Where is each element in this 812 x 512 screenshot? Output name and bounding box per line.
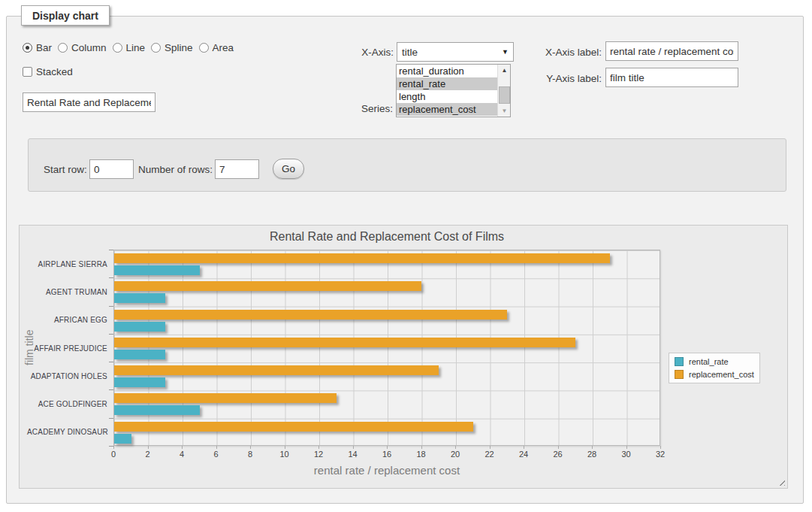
chart-type-option-area[interactable]: Area (199, 42, 234, 53)
x-tick-label: 8 (237, 450, 263, 459)
stacked-checkbox[interactable] (23, 67, 32, 77)
scroll-up-icon[interactable]: ▲ (498, 65, 511, 76)
bar-rental_rate (114, 405, 200, 415)
bar-replacement_cost (114, 253, 610, 263)
x-tick-label: 14 (340, 450, 366, 459)
stacked-label: Stacked (36, 66, 73, 77)
chart-type-option-spline[interactable]: Spline (151, 42, 193, 53)
x-tick-mark (558, 446, 559, 449)
bar-rental_rate (114, 434, 131, 444)
radio-icon[interactable] (199, 43, 209, 53)
x-tick-mark (490, 446, 491, 449)
chart-type-option-bar[interactable]: Bar (23, 42, 52, 53)
radio-label: Bar (36, 42, 52, 53)
x-tick-label: 24 (511, 450, 536, 459)
chart-title: Rental Rate and Replacement Cost of Film… (113, 230, 660, 244)
bar-rental_rate (114, 350, 165, 359)
x-axis-selected-value: title (402, 47, 418, 58)
radio-icon[interactable] (23, 43, 32, 53)
chart-type-option-line[interactable]: Line (113, 42, 146, 53)
series-option-length[interactable]: length (397, 90, 510, 103)
y-tick-mark (109, 362, 113, 362)
x-tick-mark (353, 446, 354, 449)
radio-label: Spline (165, 42, 193, 53)
radio-icon[interactable] (113, 43, 122, 53)
listbox-scrollbar[interactable]: ▲ ▼ (497, 65, 510, 117)
x-tick-mark (524, 446, 524, 449)
x-tick-label: 20 (442, 450, 468, 459)
stacked-option[interactable]: Stacked (23, 66, 73, 77)
y-axis-label-caption: Y-Axis label: (527, 73, 602, 84)
x-tick-label: 2 (135, 450, 161, 459)
series-option-rental_rate[interactable]: rental_rate (397, 77, 510, 90)
x-tick-mark (455, 446, 456, 449)
bar-replacement_cost (114, 422, 473, 432)
x-tick-label: 22 (477, 450, 503, 459)
chart-plot-area (113, 250, 660, 446)
x-tick-label: 28 (579, 450, 605, 459)
legend-label: rental_rate (689, 357, 729, 366)
number-of-rows-input[interactable] (215, 159, 259, 179)
bar-replacement_cost (114, 393, 337, 403)
y-tick-mark (109, 334, 113, 335)
start-row-input[interactable] (89, 159, 134, 179)
x-tick-mark (660, 446, 661, 449)
legend-entry-rental_rate: rental_rate (675, 357, 754, 366)
category-label: AFFAIR PREJUDICE (27, 344, 107, 353)
bar-rental_rate (114, 265, 200, 275)
x-tick-mark (285, 446, 285, 449)
category-label: AGENT TRUMAN (27, 288, 107, 296)
x-tick-mark (387, 446, 388, 449)
x-tick-mark (250, 446, 251, 449)
scrollbar-thumb[interactable] (499, 86, 510, 104)
category-label: ACADEMY DINOSAUR (27, 428, 107, 436)
bar-rental_rate (114, 322, 165, 332)
category-label: ADAPTATION HOLES (27, 372, 107, 380)
x-tick-mark (113, 446, 114, 449)
scroll-down-icon[interactable]: ▼ (498, 105, 511, 117)
series-select-label: Series: (333, 103, 393, 114)
resize-handle-icon[interactable] (777, 477, 785, 486)
radio-icon[interactable] (58, 43, 68, 53)
chart-container: Rental Rate and Replacement Cost of Film… (19, 225, 788, 489)
y-tick-mark (109, 418, 113, 419)
x-tick-mark (318, 446, 319, 449)
radio-label: Column (71, 42, 107, 53)
series-listbox[interactable]: rental_durationrental_ratelengthreplacem… (396, 64, 511, 117)
x-tick-label: 6 (204, 450, 229, 459)
x-tick-label: 12 (306, 450, 331, 459)
x-tick-label: 4 (169, 450, 195, 459)
y-axis-label-input[interactable] (605, 68, 738, 87)
x-axis-select[interactable]: title ▼ (397, 42, 514, 62)
category-label: AIRPLANE SIERRA (27, 260, 107, 268)
x-tick-label: 30 (614, 450, 639, 459)
x-tick-mark (626, 446, 627, 449)
go-button[interactable]: Go (273, 159, 304, 179)
x-tick-label: 26 (545, 450, 571, 459)
series-option-replacement_cost[interactable]: replacement_cost (397, 103, 510, 116)
x-axis-select-label: X-Axis: (334, 47, 394, 58)
x-tick-label: 10 (272, 450, 297, 459)
category-label: ACE GOLDFINGER (27, 400, 107, 408)
bar-replacement_cost (114, 365, 439, 375)
y-tick-mark (109, 306, 113, 307)
radio-icon[interactable] (151, 43, 161, 53)
y-tick-mark (109, 389, 113, 390)
x-tick-mark (216, 446, 217, 449)
number-of-rows-label: Number of rows: (138, 164, 213, 175)
chart-type-option-column[interactable]: Column (58, 42, 107, 53)
x-axis-label-input[interactable] (605, 41, 738, 61)
y-tick-mark (109, 250, 113, 250)
chart-title-input[interactable] (23, 92, 155, 112)
fieldset-legend: Display chart (21, 5, 110, 26)
chevron-down-icon: ▼ (502, 48, 509, 56)
legend-entry-replacement_cost: replacement_cost (675, 370, 754, 379)
row-range-panel: Start row: Number of rows: Go (28, 138, 786, 192)
x-axis-title: rental rate / replacement cost (113, 464, 660, 477)
x-tick-mark (592, 446, 593, 449)
category-label: AFRICAN EGG (27, 316, 107, 324)
radio-label: Line (126, 42, 146, 53)
legend-swatch (675, 370, 684, 379)
series-option-rental_duration[interactable]: rental_duration (397, 65, 510, 77)
x-tick-label: 18 (409, 450, 434, 459)
